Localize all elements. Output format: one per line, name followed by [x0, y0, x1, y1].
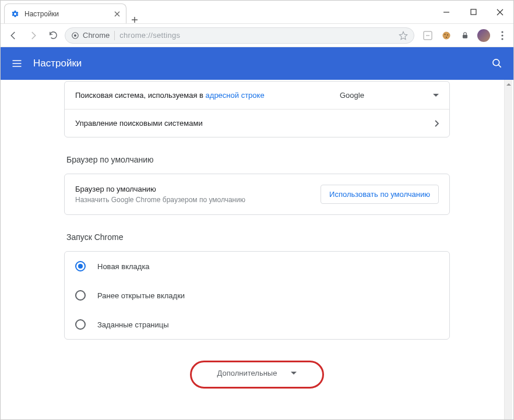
back-button[interactable]: [5, 27, 22, 44]
svg-point-4: [443, 31, 450, 39]
tab-strip: Настройки: [1, 1, 433, 23]
manage-search-engines-label: Управление поисковыми системами: [75, 119, 203, 128]
chevron-right-icon: [435, 120, 439, 127]
new-tab-button[interactable]: [126, 16, 143, 23]
startup-option-continue[interactable]: Ранее открытые вкладки: [65, 281, 449, 310]
svg-rect-0: [471, 9, 476, 15]
svg-point-2: [74, 34, 76, 36]
settings-header: Настройки: [1, 47, 513, 80]
chrome-page-icon: [71, 31, 79, 40]
window-controls: [433, 1, 513, 23]
lock-icon[interactable]: [459, 29, 471, 42]
svg-point-12: [493, 59, 499, 66]
default-browser-card: Браузер по умолчанию Назначить Google Ch…: [64, 174, 450, 215]
advanced-section: Дополнительные: [64, 364, 450, 382]
kebab-menu-icon[interactable]: [496, 29, 509, 42]
search-engine-label: Поисковая система, используемая в адресн…: [75, 91, 265, 100]
settings-content: Поисковая система, используемая в адресн…: [64, 80, 450, 405]
search-engine-value: Google: [340, 91, 364, 100]
window-close-button[interactable]: [487, 1, 513, 23]
svg-point-10: [501, 34, 503, 36]
cookie-icon[interactable]: [440, 29, 453, 42]
origin-label: Chrome: [83, 31, 110, 40]
default-browser-text: Браузер по умолчанию Назначить Google Ch…: [75, 185, 245, 204]
startup-option-specific-pages[interactable]: Заданные страницы: [65, 310, 449, 339]
omnibox-link[interactable]: адресной строке: [206, 91, 265, 100]
startup-option-label: Ранее открытые вкладки: [97, 291, 185, 300]
svg-point-6: [447, 34, 448, 36]
extensions-row: [418, 29, 509, 42]
svg-point-11: [501, 38, 503, 40]
maximize-button[interactable]: [460, 1, 487, 23]
highlight-annotation: [190, 361, 324, 389]
search-icon[interactable]: [491, 58, 503, 69]
forward-button[interactable]: [25, 27, 41, 44]
page-title: Настройки: [33, 58, 82, 69]
content-scroll: Поисковая система, используемая в адресн…: [1, 80, 513, 420]
bookmark-star-icon[interactable]: [399, 31, 408, 40]
close-icon[interactable]: [114, 11, 120, 17]
extension-icon[interactable]: [421, 29, 434, 42]
address-bar[interactable]: Chrome chrome://settings: [65, 27, 414, 44]
window-titlebar: Настройки: [1, 1, 513, 24]
minimize-button[interactable]: [433, 1, 460, 23]
startup-option-label: Новая вкладка: [97, 262, 150, 271]
profile-avatar[interactable]: [477, 29, 490, 42]
default-browser-title: Браузер по умолчанию: [75, 185, 245, 193]
on-startup-section-title: Запуск Chrome: [66, 232, 450, 242]
browser-tab[interactable]: Настройки: [4, 3, 126, 23]
scroll-up-icon[interactable]: [505, 80, 512, 89]
manage-search-engines-row[interactable]: Управление поисковыми системами: [65, 109, 449, 137]
svg-rect-8: [463, 34, 467, 38]
separator: [114, 31, 115, 40]
svg-point-5: [445, 34, 446, 35]
chevron-down-icon: [433, 94, 439, 97]
radio-button[interactable]: [75, 319, 86, 330]
radio-button[interactable]: [75, 290, 86, 301]
reload-button[interactable]: [45, 27, 61, 44]
search-engine-row[interactable]: Поисковая система, используемая в адресн…: [65, 82, 449, 109]
radio-button[interactable]: [75, 261, 86, 271]
scrollbar[interactable]: [504, 80, 512, 420]
svg-point-7: [446, 37, 447, 38]
default-browser-section-title: Браузер по умолчанию: [66, 155, 450, 164]
tab-title: Настройки: [24, 10, 110, 18]
default-browser-subtitle: Назначить Google Chrome браузером по умо…: [75, 196, 245, 204]
startup-option-new-tab[interactable]: Новая вкладка: [65, 252, 449, 281]
startup-option-label: Заданные страницы: [97, 320, 169, 329]
hamburger-menu-icon[interactable]: [11, 58, 23, 69]
search-engine-label-text: Поисковая система, используемая в: [75, 91, 206, 100]
url-text: chrome://settings: [119, 31, 180, 40]
toolbar: Chrome chrome://settings: [1, 24, 513, 47]
make-default-button[interactable]: Использовать по умолчанию: [321, 185, 439, 204]
gear-icon: [10, 9, 20, 19]
search-engine-dropdown[interactable]: Google: [340, 91, 439, 100]
search-engine-card: Поисковая система, используемая в адресн…: [64, 81, 450, 137]
on-startup-card: Новая вкладка Ранее открытые вкладки Зад…: [64, 251, 450, 340]
svg-point-9: [501, 31, 503, 33]
site-identity: Chrome: [71, 31, 110, 40]
